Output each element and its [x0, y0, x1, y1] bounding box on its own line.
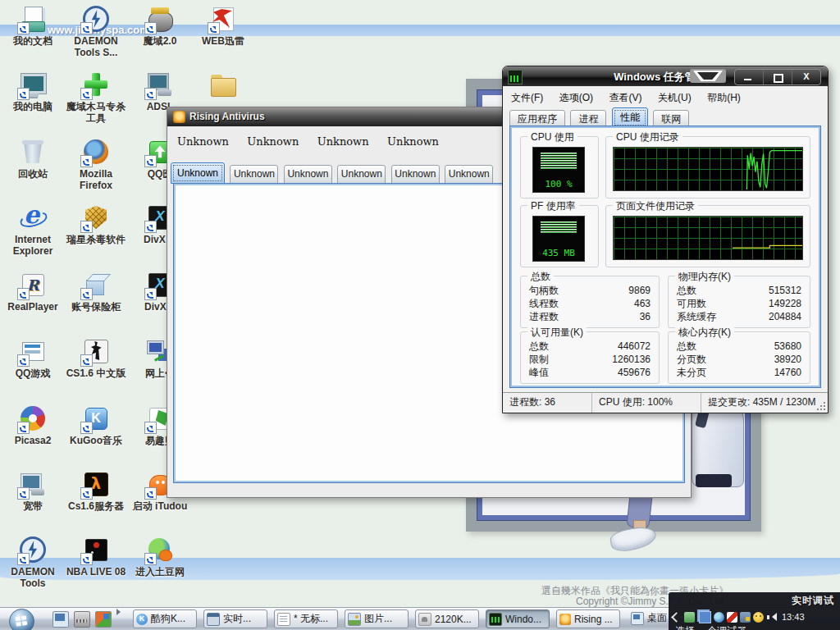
quick-launch-overflow-icon[interactable]	[116, 609, 124, 615]
rising-menu-item[interactable]: Unknown	[317, 135, 369, 148]
rising-tab-3[interactable]: Unknown	[284, 165, 332, 184]
status-cpu-usage: CPU 使用: 100%	[592, 393, 701, 413]
desktop-icon-kugoo-music[interactable]: KuGoo音乐	[65, 404, 127, 446]
menu-shutdown[interactable]: 关机(U)	[658, 91, 692, 105]
moyu-icon	[146, 5, 174, 33]
menu-view[interactable]: 查看(V)	[609, 91, 642, 105]
desktop-icon-label: 宽带	[2, 500, 64, 512]
desktop-icon-folder[interactable]	[192, 71, 254, 101]
stat-label: 总数	[677, 284, 696, 297]
tray-thunder-icon[interactable]	[727, 612, 737, 623]
rising-tab-5[interactable]: Unknown	[391, 165, 440, 184]
desktop-icon-label: 魔域木马专杀工具	[65, 101, 127, 124]
menu-options[interactable]: 选项(O)	[559, 91, 593, 105]
maximize-button[interactable]	[764, 70, 792, 84]
desktop-icon-qq-games[interactable]: QQ游戏	[2, 337, 64, 379]
tray-security-lock-icon[interactable]	[740, 612, 751, 623]
cpu-history-group: CPU 使用记录	[605, 136, 810, 199]
folder-icon	[209, 71, 237, 98]
desktop-icon-picasa2[interactable]: Picasa2	[2, 404, 64, 446]
shortcut-badge-icon	[80, 221, 93, 233]
stat-value: 9869	[628, 284, 651, 297]
rising-tab-2[interactable]: Unknown	[230, 165, 278, 184]
shortcut-badge-icon	[144, 487, 157, 500]
stat-label: 分页数	[677, 353, 706, 366]
tray-collapse-icon[interactable]	[671, 612, 682, 623]
picture-icon	[348, 613, 361, 626]
desktop-icon-mozilla-firefox[interactable]: Mozilla Firefox	[65, 138, 127, 191]
desktop-icon-broadband[interactable]: 宽带	[2, 470, 64, 512]
desktop-toolbar[interactable]: 桌面	[628, 609, 667, 627]
green-cross-icon	[82, 71, 110, 98]
desktop-icon-account-safe[interactable]: 账号保险柜	[65, 271, 127, 313]
shortcut-badge-icon	[80, 155, 93, 167]
cpu-gauge-bars	[541, 153, 577, 169]
tray-smiley-icon[interactable]	[753, 612, 764, 623]
desktop-icon-rising-antivirus[interactable]: 瑞星杀毒软件	[65, 203, 127, 245]
menu-file[interactable]: 文件(F)	[511, 91, 543, 105]
rising-menu-item[interactable]: Unknown	[177, 135, 229, 148]
desktop-icon-internet-explorer[interactable]: Internet Explorer	[2, 203, 64, 257]
rising-tab-1[interactable]: Unknown	[171, 162, 225, 184]
stat-label: 系统缓存	[677, 310, 716, 323]
tray-green-app-icon[interactable]	[684, 612, 695, 623]
task-manager-titlebar[interactable]: Windows 任务管理器 X	[503, 66, 828, 86]
minimize-icon	[744, 79, 751, 80]
quick-launch-media-icon[interactable]	[95, 611, 112, 628]
pagefile-history-line	[614, 217, 802, 259]
desktop-icon-daemon-tools[interactable]: DAEMON Tools	[2, 536, 64, 589]
start-button[interactable]	[8, 608, 35, 630]
desktop-icon-recycle-bin[interactable]: 回收站	[2, 138, 64, 180]
stat-label: 限制	[529, 353, 549, 366]
volume-icon[interactable]	[766, 612, 777, 623]
desktop-icon-web-thunder[interactable]: WEB迅雷	[192, 5, 254, 47]
quick-launch-launcher-icon[interactable]	[74, 611, 90, 628]
taskbar-button-task-manager[interactable]: Windo...	[486, 609, 550, 628]
desktop-icon-my-documents[interactable]: 我的文档	[2, 5, 64, 47]
resize-grip[interactable]	[817, 402, 825, 410]
stat-value: 515312	[769, 284, 801, 297]
desktop-icon-realplayer[interactable]: RealPlayer	[2, 271, 64, 313]
desktop-icon-nba-live-08[interactable]: NBA LIVE 08	[65, 536, 127, 578]
cpu-history-line	[614, 148, 802, 190]
taskbar-button-realtime[interactable]: 实时...	[203, 609, 267, 628]
physical-memory-group: 物理内存(K) 总数515312 可用数149228 系统缓存204884	[668, 276, 810, 328]
stat-row: 峰值459676	[521, 366, 659, 379]
desktop-icon-cs16-chinese[interactable]: CS1.6 中文版	[65, 337, 127, 379]
desktop-icon-my-computer[interactable]: 我的电脑	[2, 71, 64, 112]
desktop-icon-moyu-2[interactable]: 魔域2.0	[129, 5, 191, 47]
shortcut-badge-icon	[80, 22, 93, 34]
desktop-icon-moyu-trojan-killer[interactable]: 魔域木马专杀工具	[65, 71, 127, 124]
titlebar-trapezoid-ornament	[690, 69, 726, 83]
taskbar-button-rising[interactable]: Rising ...	[556, 609, 620, 628]
desktop-icon-tudou-web[interactable]: 进入土豆网	[129, 536, 191, 578]
notepad-icon	[277, 613, 290, 626]
counter-strike-icon	[82, 337, 110, 365]
menu-help[interactable]: 帮助(H)	[707, 91, 741, 105]
tray-clock[interactable]: 13:43	[782, 612, 805, 622]
tray-network-globe-icon[interactable]	[714, 612, 724, 623]
taskbar-button-label: 实时...	[223, 612, 251, 626]
rising-tab-4[interactable]: Unknown	[337, 165, 386, 184]
tray-windows-icon[interactable]	[699, 611, 711, 623]
web-thunder-icon	[209, 5, 237, 33]
minimize-button[interactable]	[735, 70, 764, 84]
taskbar-button-notepad[interactable]: * 无标...	[274, 609, 338, 628]
desktop-icon-daemon-tools-search[interactable]: DAEMON Tools S...	[65, 5, 127, 58]
rising-tab-6[interactable]: Unknown	[445, 165, 493, 184]
taskbar-button-kugou[interactable]: 酷狗K...	[133, 609, 197, 628]
taskbar-button-pictures[interactable]: 图片...	[345, 609, 409, 628]
rising-menu-item[interactable]: Unknown	[387, 135, 439, 148]
jit-debug-overlay: 实时调试 13:43 选择 一个调试器	[669, 592, 840, 630]
rising-menu-item[interactable]: Unknown	[247, 135, 299, 148]
show-desktop-icon[interactable]	[52, 611, 69, 628]
desktop-icon-cs16-server[interactable]: Cs1.6服务器	[65, 470, 127, 512]
taskbar-button-2120k[interactable]: 2120K...	[415, 609, 479, 628]
commit-charge-title: 认可用量(K)	[527, 326, 587, 340]
totals-group: 总数 句柄数9869 线程数463 进程数36	[520, 276, 660, 328]
close-button[interactable]: X	[792, 70, 820, 84]
jit-debug-title: 实时调试	[792, 594, 834, 608]
stat-row: 进程数36	[521, 310, 659, 323]
stat-label: 线程数	[529, 297, 559, 310]
task-manager-menubar: 文件(F) 选项(O) 查看(V) 关机(U) 帮助(H)	[511, 89, 753, 105]
